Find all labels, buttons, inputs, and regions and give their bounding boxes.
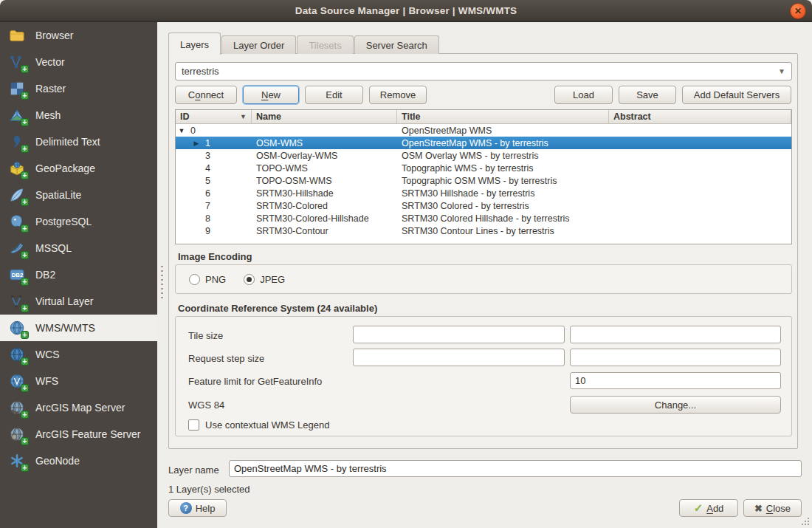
cell-id: 9	[176, 224, 252, 237]
feature-limit-input[interactable]	[570, 372, 781, 389]
cell-abstract	[609, 224, 791, 237]
tile-size-label: Tile size	[188, 330, 223, 341]
expander-right-icon[interactable]: ▶	[192, 140, 201, 147]
contextual-legend-checkbox[interactable]	[188, 419, 199, 431]
table-row[interactable]: 9SRTM30-ContourSRTM30 Contour Lines - by…	[176, 224, 791, 237]
tile-size-width-input[interactable]	[353, 326, 565, 343]
sidebar-item-wcs[interactable]: +WCS	[0, 341, 157, 368]
tab-layer-order[interactable]: Layer Order	[221, 35, 296, 54]
data-source-manager-dialog: { "window": { "title": "Data Source Mana…	[0, 0, 812, 528]
load-button[interactable]: Load	[554, 86, 613, 104]
sidebar-item-label: Browser	[35, 30, 73, 41]
cell-id: 8	[176, 212, 252, 224]
contextual-legend-label: Use contextual WMS Legend	[205, 419, 329, 431]
request-step-width-input[interactable]	[353, 349, 565, 366]
sidebar-item-raster[interactable]: +Raster	[0, 75, 157, 102]
cell-title: OpenStreetMap WMS - by terrestris	[397, 137, 609, 149]
sidebar-item-browser[interactable]: Browser	[0, 22, 157, 49]
sidebar-item-virtual-layer[interactable]: +Virtual Layer	[0, 288, 157, 315]
sidebar-item-postgresql[interactable]: +PostgreSQL	[0, 208, 157, 235]
column-header-abstract[interactable]: Abstract	[609, 110, 791, 123]
connection-select[interactable]: terrestris ▼	[175, 62, 792, 80]
window-resize-grip[interactable]	[801, 517, 810, 526]
plus-badge-icon: +	[21, 411, 29, 419]
help-button[interactable]: ? Help	[168, 499, 227, 517]
virtual-layer-icon: +	[9, 292, 28, 311]
add-default-servers-button[interactable]: Add Default Servers	[682, 86, 791, 104]
sidebar-item-spatialite[interactable]: +SpatiaLite	[0, 182, 157, 208]
table-row[interactable]: ▼0OpenStreetMap WMS	[176, 124, 791, 137]
cell-id: 6	[176, 187, 252, 199]
mssql-icon: +	[9, 239, 28, 258]
cell-name: OSM-WMS	[252, 137, 397, 149]
cell-title: OpenStreetMap WMS	[397, 124, 609, 137]
plus-badge-icon: +	[21, 251, 29, 259]
plus-badge-icon: +	[21, 437, 29, 445]
save-button[interactable]: Save	[619, 86, 676, 104]
column-header-title[interactable]: Title	[397, 110, 609, 123]
sidebar-item-label: GeoNode	[35, 455, 80, 467]
table-row[interactable]: ▶1OSM-WMSOpenStreetMap WMS - by terrestr…	[176, 137, 791, 149]
remove-button[interactable]: Remove	[369, 86, 427, 104]
postgresql-elephant-icon: +	[9, 212, 28, 231]
splitter-dots-icon	[161, 266, 163, 300]
change-crs-button[interactable]: Change...	[570, 396, 781, 414]
sidebar-item-wms-wmts[interactable]: +WMS/WMTS	[0, 315, 157, 341]
radio-jpeg[interactable]	[244, 274, 255, 285]
cell-abstract	[609, 187, 791, 199]
plus-badge-icon: +	[21, 278, 29, 286]
table-row[interactable]: 3OSM-Overlay-WMSOSM Overlay WMS - by ter…	[176, 149, 791, 162]
sidebar-item-wfs[interactable]: +WFS	[0, 368, 157, 394]
connect-button[interactable]: Connect	[175, 86, 237, 104]
expander-down-icon[interactable]: ▼	[177, 127, 186, 134]
sidebar-item-label: Mesh	[35, 109, 61, 121]
tab-server-search[interactable]: Server Search	[354, 35, 439, 54]
cell-abstract	[609, 149, 791, 162]
column-header-name[interactable]: Name	[252, 110, 397, 123]
request-step-height-input[interactable]	[570, 349, 781, 366]
feather-icon: +	[9, 185, 28, 205]
table-row[interactable]: 7SRTM30-ColoredSRTM30 Colored - by terre…	[176, 199, 791, 212]
sidebar-item-arcgis-feature-server[interactable]: +ArcGIS Feature Server	[0, 421, 157, 448]
table-row[interactable]: 8SRTM30-Colored-HillshadeSRTM30 Colored …	[176, 212, 791, 224]
table-row[interactable]: 6SRTM30-HillshadeSRTM30 Hillshade - by t…	[176, 187, 791, 199]
feature-limit-label: Feature limit for GetFeatureInfo	[188, 376, 322, 387]
plus-badge-icon: +	[21, 198, 29, 206]
tile-size-height-input[interactable]	[570, 326, 781, 343]
close-button[interactable]: ✖ Close	[743, 499, 802, 517]
sidebar-item-delimited-text[interactable]: +Delimited Text	[0, 128, 157, 155]
sidebar-item-db2[interactable]: DB2+DB2	[0, 261, 157, 288]
sidebar-item-arcgis-map-server[interactable]: +ArcGIS Map Server	[0, 394, 157, 421]
plus-badge-icon: +	[21, 224, 29, 233]
cell-title: SRTM30 Hillshade - by terrestris	[397, 187, 609, 199]
geonode-icon: +	[9, 451, 28, 470]
sidebar-item-label: ArcGIS Map Server	[35, 402, 125, 414]
encoding-option-png: PNG	[189, 274, 226, 285]
sidebar-item-mssql[interactable]: +MSSQL	[0, 235, 157, 261]
new-button[interactable]: New	[243, 86, 299, 104]
sidebar-item-geopackage[interactable]: +GeoPackage	[0, 155, 157, 182]
plus-badge-icon: +	[21, 331, 29, 339]
sidebar-splitter-handle[interactable]	[157, 22, 168, 528]
cell-title: OSM Overlay WMS - by terrestris	[397, 149, 609, 162]
sidebar-item-vector[interactable]: +Vector	[0, 49, 157, 75]
column-header-id[interactable]: ID▼	[176, 110, 252, 123]
sidebar-item-label: MSSQL	[35, 242, 72, 254]
plus-badge-icon: +	[21, 145, 29, 153]
table-row[interactable]: 5TOPO-OSM-WMSTopographic OSM WMS - by te…	[176, 174, 791, 187]
sidebar-item-label: WFS	[35, 375, 58, 387]
sidebar-item-mesh[interactable]: +Mesh	[0, 102, 157, 128]
table-row[interactable]: 4TOPO-WMSTopographic WMS - by terrestris	[176, 162, 791, 174]
window-close-button[interactable]: ✕	[790, 3, 806, 19]
image-encoding-group: PNGJPEG	[175, 264, 792, 294]
add-button[interactable]: ✓ Add	[679, 499, 738, 517]
encoding-option-jpeg: JPEG	[244, 274, 285, 285]
radio-png[interactable]	[189, 274, 200, 285]
layer-name-input[interactable]	[229, 460, 802, 477]
sidebar-item-geonode[interactable]: +GeoNode	[0, 448, 157, 474]
edit-button[interactable]: Edit	[305, 86, 363, 104]
tab-layers[interactable]: Layers	[168, 32, 221, 55]
cell-name: TOPO-WMS	[252, 162, 397, 174]
cell-id: ▶1	[176, 137, 252, 149]
sidebar-item-label: Delimited Text	[35, 136, 100, 148]
